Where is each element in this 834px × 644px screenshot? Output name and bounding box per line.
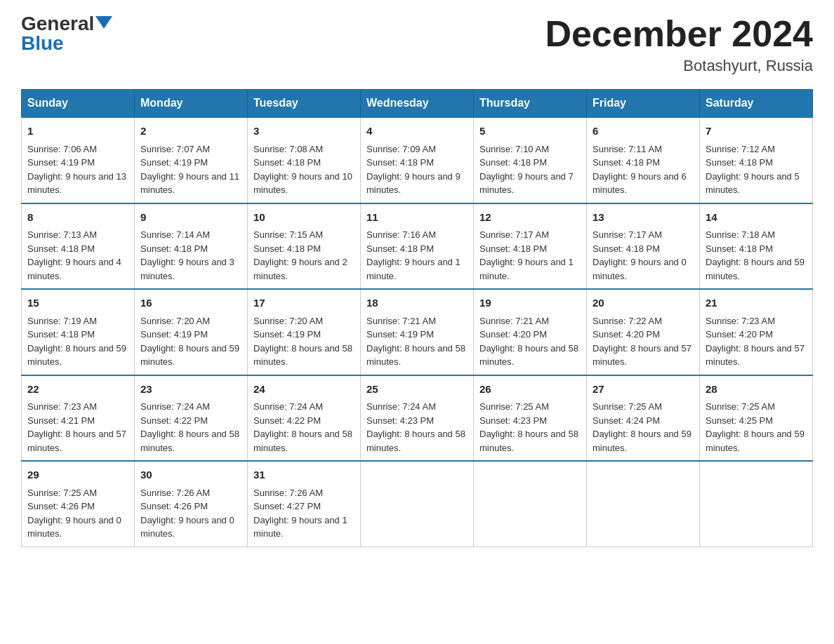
daylight-label: Daylight: 9 hours and 7 minutes. [479, 171, 574, 196]
location-text: Botashyurt, Russia [545, 57, 813, 75]
calendar-cell: 14Sunrise: 7:18 AMSunset: 4:18 PMDayligh… [700, 203, 813, 290]
daylight-label: Daylight: 9 hours and 3 minutes. [140, 257, 234, 281]
calendar-cell: 23Sunrise: 7:24 AMSunset: 4:22 PMDayligh… [135, 375, 248, 462]
sunset-label: Sunset: 4:26 PM [140, 501, 208, 511]
daylight-label: Daylight: 8 hours and 59 minutes. [27, 343, 126, 368]
sunset-label: Sunset: 4:18 PM [27, 329, 95, 340]
weekday-header-monday: Monday [135, 90, 248, 118]
logo-triangle-icon [95, 16, 112, 29]
calendar-week-row: 8Sunrise: 7:13 AMSunset: 4:18 PMDaylight… [22, 203, 813, 290]
sunset-label: Sunset: 4:18 PM [253, 157, 321, 168]
day-number: 1 [27, 123, 128, 140]
calendar-week-row: 15Sunrise: 7:19 AMSunset: 4:18 PMDayligh… [22, 289, 813, 375]
calendar-cell: 6Sunrise: 7:11 AMSunset: 4:18 PMDaylight… [587, 117, 700, 203]
daylight-label: Daylight: 8 hours and 58 minutes. [479, 429, 578, 453]
sunset-label: Sunset: 4:18 PM [27, 243, 95, 254]
day-number: 17 [253, 295, 355, 311]
calendar-table: SundayMondayTuesdayWednesdayThursdayFrid… [21, 89, 813, 547]
calendar-cell: 4Sunrise: 7:09 AMSunset: 4:18 PMDaylight… [361, 117, 474, 203]
day-number: 4 [366, 123, 468, 140]
title-section: December 2024 Botashyurt, Russia [545, 14, 813, 75]
calendar-cell: 25Sunrise: 7:24 AMSunset: 4:23 PMDayligh… [361, 375, 474, 462]
sunset-label: Sunset: 4:20 PM [706, 329, 773, 340]
day-number: 11 [366, 210, 468, 226]
sunrise-label: Sunrise: 7:17 AM [479, 229, 549, 240]
sunrise-label: Sunrise: 7:26 AM [140, 488, 210, 498]
calendar-cell: 12Sunrise: 7:17 AMSunset: 4:18 PMDayligh… [474, 203, 587, 290]
day-number: 24 [253, 382, 355, 398]
daylight-label: Daylight: 8 hours and 58 minutes. [366, 343, 465, 368]
sunrise-label: Sunrise: 7:17 AM [593, 229, 662, 240]
sunrise-label: Sunrise: 7:13 AM [27, 229, 97, 240]
calendar-cell: 28Sunrise: 7:25 AMSunset: 4:25 PMDayligh… [700, 375, 813, 462]
sunrise-label: Sunrise: 7:25 AM [706, 401, 775, 412]
sunrise-label: Sunrise: 7:18 AM [706, 229, 775, 240]
day-number: 12 [479, 210, 581, 226]
day-number: 18 [366, 295, 468, 311]
sunset-label: Sunset: 4:18 PM [706, 157, 773, 168]
calendar-cell: 19Sunrise: 7:21 AMSunset: 4:20 PMDayligh… [474, 289, 587, 375]
sunrise-label: Sunrise: 7:21 AM [479, 316, 549, 326]
day-number: 31 [253, 467, 355, 483]
sunset-label: Sunset: 4:18 PM [366, 157, 434, 168]
day-number: 16 [140, 295, 241, 311]
weekday-header-thursday: Thursday [474, 90, 587, 118]
sunrise-label: Sunrise: 7:16 AM [366, 229, 436, 240]
logo-general-text: General [21, 14, 94, 34]
day-number: 14 [706, 210, 807, 226]
sunrise-label: Sunrise: 7:11 AM [593, 144, 662, 154]
calendar-cell: 20Sunrise: 7:22 AMSunset: 4:20 PMDayligh… [587, 289, 700, 375]
sunset-label: Sunset: 4:20 PM [593, 329, 660, 340]
weekday-header-sunday: Sunday [22, 90, 135, 118]
sunrise-label: Sunrise: 7:06 AM [27, 144, 97, 154]
sunset-label: Sunset: 4:20 PM [479, 329, 547, 340]
sunset-label: Sunset: 4:22 PM [140, 415, 208, 426]
sunrise-label: Sunrise: 7:23 AM [706, 316, 775, 326]
day-number: 7 [706, 123, 807, 140]
sunrise-label: Sunrise: 7:07 AM [140, 144, 210, 154]
weekday-header-saturday: Saturday [700, 90, 813, 118]
sunset-label: Sunset: 4:22 PM [253, 415, 321, 426]
sunrise-label: Sunrise: 7:25 AM [27, 488, 97, 498]
sunset-label: Sunset: 4:27 PM [253, 501, 321, 511]
calendar-cell [361, 461, 474, 546]
sunrise-label: Sunrise: 7:20 AM [140, 316, 210, 326]
sunset-label: Sunset: 4:19 PM [27, 157, 95, 168]
day-number: 28 [706, 382, 807, 398]
calendar-week-row: 29Sunrise: 7:25 AMSunset: 4:26 PMDayligh… [22, 461, 813, 546]
calendar-cell: 13Sunrise: 7:17 AMSunset: 4:18 PMDayligh… [587, 203, 700, 290]
daylight-label: Daylight: 8 hours and 59 minutes. [706, 429, 805, 453]
day-number: 8 [27, 210, 128, 226]
weekday-header-friday: Friday [587, 90, 700, 118]
sunrise-label: Sunrise: 7:15 AM [253, 229, 323, 240]
daylight-label: Daylight: 8 hours and 57 minutes. [706, 343, 805, 368]
daylight-label: Daylight: 8 hours and 58 minutes. [253, 429, 352, 453]
sunset-label: Sunset: 4:19 PM [366, 329, 434, 340]
day-number: 22 [27, 382, 128, 398]
calendar-cell: 30Sunrise: 7:26 AMSunset: 4:26 PMDayligh… [135, 461, 248, 546]
daylight-label: Daylight: 8 hours and 58 minutes. [366, 429, 465, 453]
day-number: 30 [140, 467, 241, 483]
day-number: 26 [479, 382, 581, 398]
sunrise-label: Sunrise: 7:25 AM [593, 401, 662, 412]
sunset-label: Sunset: 4:23 PM [366, 415, 434, 426]
calendar-cell: 3Sunrise: 7:08 AMSunset: 4:18 PMDaylight… [248, 117, 361, 203]
daylight-label: Daylight: 8 hours and 59 minutes. [593, 429, 691, 453]
daylight-label: Daylight: 9 hours and 13 minutes. [27, 171, 126, 196]
sunrise-label: Sunrise: 7:26 AM [253, 488, 323, 498]
day-number: 19 [479, 295, 581, 311]
sunset-label: Sunset: 4:19 PM [253, 329, 321, 340]
calendar-cell: 2Sunrise: 7:07 AMSunset: 4:19 PMDaylight… [135, 117, 248, 203]
sunrise-label: Sunrise: 7:08 AM [253, 144, 323, 154]
sunrise-label: Sunrise: 7:14 AM [140, 229, 210, 240]
daylight-label: Daylight: 9 hours and 11 minutes. [140, 171, 239, 196]
sunrise-label: Sunrise: 7:09 AM [366, 144, 436, 154]
calendar-cell: 15Sunrise: 7:19 AMSunset: 4:18 PMDayligh… [22, 289, 135, 375]
calendar-cell: 9Sunrise: 7:14 AMSunset: 4:18 PMDaylight… [135, 203, 248, 290]
sunrise-label: Sunrise: 7:23 AM [27, 401, 97, 412]
day-number: 2 [140, 123, 241, 140]
calendar-cell: 27Sunrise: 7:25 AMSunset: 4:24 PMDayligh… [587, 375, 700, 462]
calendar-cell: 29Sunrise: 7:25 AMSunset: 4:26 PMDayligh… [22, 461, 135, 546]
sunset-label: Sunset: 4:18 PM [479, 243, 547, 254]
sunrise-label: Sunrise: 7:22 AM [593, 316, 662, 326]
